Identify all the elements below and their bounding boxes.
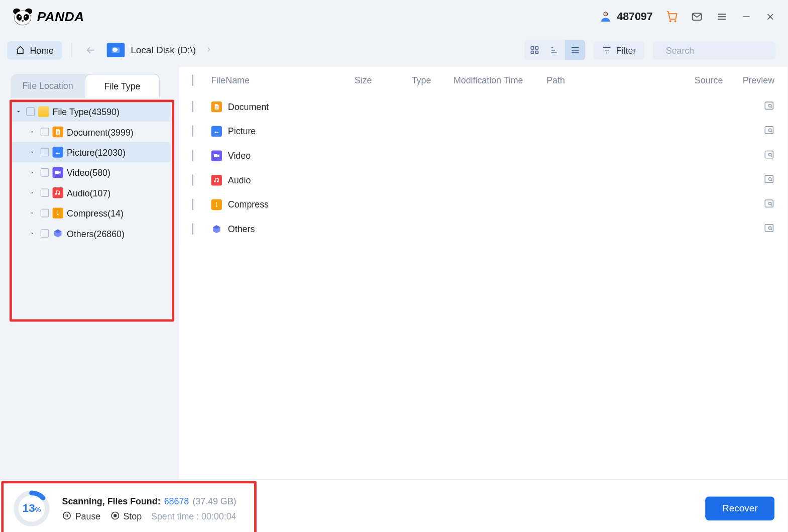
list-row[interactable]: Picture: [179, 119, 787, 143]
svg-rect-19: [55, 171, 59, 174]
col-path[interactable]: Path: [546, 75, 695, 85]
svg-rect-14: [531, 47, 533, 49]
preview-icon[interactable]: [764, 200, 774, 210]
tree-item-label: Picture(12030): [67, 147, 126, 157]
tree-item-label: Audio(107): [67, 188, 110, 198]
tab-file-location[interactable]: File Location: [11, 74, 84, 98]
others-icon: [53, 228, 63, 239]
col-source[interactable]: Source: [695, 75, 739, 85]
checkbox[interactable]: [192, 174, 193, 186]
checkbox[interactable]: [41, 168, 49, 177]
preview-icon[interactable]: [764, 225, 774, 235]
tab-file-type[interactable]: File Type: [85, 74, 160, 98]
home-label: Home: [30, 45, 54, 55]
preview-icon[interactable]: [764, 152, 774, 162]
breadcrumb[interactable]: Local Disk (D:\): [107, 43, 213, 58]
stop-button[interactable]: Stop: [110, 510, 142, 520]
tree-item-video[interactable]: Video(580): [11, 162, 170, 182]
row-label: Audio: [228, 175, 251, 185]
col-preview[interactable]: Preview: [739, 75, 774, 85]
tree-item-others[interactable]: Others(26860): [11, 223, 170, 243]
cart-icon[interactable]: [666, 11, 678, 23]
document-icon: [211, 101, 222, 112]
tree-item-document[interactable]: Document(3999): [11, 122, 170, 142]
row-label: Video: [228, 150, 251, 160]
filter-button[interactable]: Filter: [594, 41, 644, 59]
checkbox[interactable]: [41, 188, 49, 197]
svg-rect-20: [765, 102, 773, 109]
filter-label: Filter: [616, 45, 636, 55]
svg-rect-24: [214, 154, 217, 157]
pause-button[interactable]: Pause: [62, 510, 101, 520]
tree-item-picture[interactable]: Picture(12030): [11, 142, 170, 162]
separator: [72, 43, 72, 58]
svg-point-5: [19, 16, 21, 18]
user-badge[interactable]: 487097: [599, 10, 653, 23]
mail-icon[interactable]: [691, 11, 703, 23]
checkbox[interactable]: [192, 125, 193, 137]
caret-right-icon[interactable]: [30, 210, 37, 216]
checkbox[interactable]: [192, 199, 193, 210]
view-list-button[interactable]: [565, 40, 585, 60]
col-size[interactable]: Size: [355, 75, 412, 85]
preview-icon[interactable]: [764, 176, 774, 186]
checkbox[interactable]: [192, 223, 193, 235]
caret-right-icon[interactable]: [30, 231, 37, 237]
progress-ring: 13%: [13, 490, 50, 527]
col-type[interactable]: Type: [412, 75, 454, 85]
list-row[interactable]: Document: [179, 94, 787, 119]
col-modification[interactable]: Modification Time: [454, 75, 546, 85]
panda-icon: [12, 8, 34, 26]
svg-point-26: [768, 153, 771, 156]
preview-icon[interactable]: [764, 127, 774, 137]
checkbox[interactable]: [41, 148, 49, 157]
caret-down-icon[interactable]: [16, 109, 23, 115]
list-row[interactable]: Compress: [179, 192, 787, 217]
view-details-button[interactable]: [544, 40, 565, 60]
tree-item-compress[interactable]: Compress(14): [11, 203, 170, 223]
tree-item-label: Others(26860): [67, 228, 125, 238]
tree-root-label: File Type(43590): [53, 107, 120, 117]
list-row[interactable]: Audio: [179, 168, 787, 192]
checkbox-all[interactable]: [192, 74, 193, 86]
checkbox[interactable]: [41, 128, 49, 136]
caret-right-icon[interactable]: [30, 190, 37, 196]
status-bar: 13% Scanning, Files Found: 68678 (37.49 …: [0, 479, 787, 532]
svg-rect-31: [765, 225, 773, 232]
close-button[interactable]: [765, 12, 775, 22]
checkbox[interactable]: [41, 209, 49, 218]
svg-point-10: [670, 21, 671, 22]
list-row[interactable]: Video: [179, 143, 787, 168]
svg-point-6: [25, 16, 27, 18]
caret-right-icon[interactable]: [30, 149, 37, 155]
breadcrumb-label: Local Disk (D:\): [131, 45, 196, 55]
checkbox[interactable]: [26, 108, 35, 116]
checkbox[interactable]: [192, 150, 193, 161]
row-label: Picture: [228, 126, 256, 136]
row-label: Document: [228, 101, 269, 112]
home-button[interactable]: Home: [7, 41, 62, 59]
progress-percent: 13: [23, 502, 35, 515]
sidebar: File Location File Type File Type(43590)…: [0, 67, 179, 479]
caret-right-icon[interactable]: [30, 129, 37, 135]
menu-icon[interactable]: [716, 11, 728, 23]
picture-icon: [53, 147, 63, 157]
view-grid-button[interactable]: [524, 40, 544, 60]
back-button[interactable]: [82, 41, 100, 59]
caret-right-icon[interactable]: [30, 169, 37, 175]
col-filename[interactable]: FileName: [211, 75, 355, 85]
checkbox[interactable]: [192, 101, 193, 113]
checkbox[interactable]: [41, 229, 49, 238]
search-box[interactable]: [653, 41, 776, 59]
svg-point-23: [768, 129, 771, 131]
tree-item-audio[interactable]: Audio(107): [11, 183, 170, 203]
preview-icon[interactable]: [764, 102, 774, 113]
tree-root[interactable]: File Type(43590): [11, 101, 170, 122]
app-window: PANDA 487097: [0, 0, 787, 532]
tree-item-label: Compress(14): [67, 208, 124, 218]
minimize-button[interactable]: [741, 12, 751, 22]
search-input[interactable]: [666, 45, 779, 55]
list-row[interactable]: Others: [179, 217, 787, 241]
files-found-count: 68678: [164, 496, 189, 506]
recover-button[interactable]: Recover: [706, 496, 774, 520]
